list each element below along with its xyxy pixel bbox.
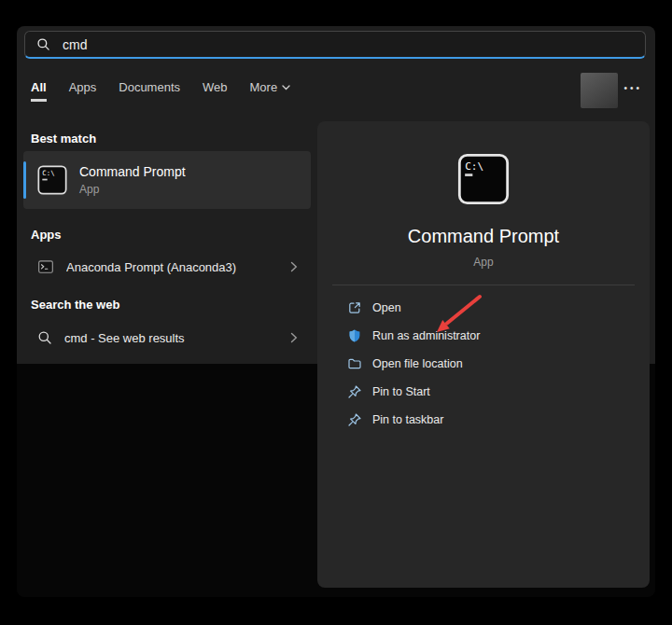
chevron-right-icon[interactable] (287, 330, 301, 345)
best-match-title: Command Prompt (79, 164, 186, 180)
pin-icon (347, 384, 362, 399)
selection-accent-bar (23, 161, 26, 199)
svg-text:C:\: C:\ (42, 169, 54, 177)
search-icon (36, 37, 50, 51)
preview-subtitle: App (317, 256, 650, 269)
svg-text:C:\: C:\ (465, 160, 483, 173)
action-pin-to-start[interactable]: Pin to Start (317, 378, 650, 406)
admin-shield-icon (347, 328, 362, 343)
action-label: Pin to Start (372, 385, 430, 398)
windows-search-screen: { "colors": { "accent": "#3f9be6", "pane… (0, 0, 672, 625)
command-prompt-icon: C:\ (457, 153, 510, 205)
search-flyout: All Apps Documents Web More ••• Best mat… (17, 26, 655, 597)
action-list: Open Run as administrator Open file (317, 294, 650, 434)
action-label: Open file location (372, 357, 463, 370)
search-filter-tabs: All Apps Documents Web More (31, 80, 290, 102)
chevron-down-icon (282, 85, 290, 90)
best-match-text: Command Prompt App (79, 164, 186, 196)
apps-heading: Apps (31, 228, 62, 242)
web-result-label: cmd - See web results (64, 331, 274, 345)
web-result[interactable]: cmd - See web results (23, 320, 311, 355)
best-match-heading: Best match (31, 132, 96, 146)
action-run-as-administrator[interactable]: Run as administrator (317, 322, 650, 350)
terminal-icon (37, 258, 54, 275)
tab-web[interactable]: Web (203, 80, 228, 102)
search-icon (37, 330, 52, 345)
divider (332, 285, 635, 285)
search-input[interactable] (61, 36, 634, 53)
pin-icon (347, 412, 362, 427)
best-match-result[interactable]: C:\ Command Prompt App (23, 151, 311, 209)
chevron-right-icon[interactable] (287, 259, 301, 274)
app-result-label: Anaconda Prompt (Anaconda3) (66, 260, 274, 274)
best-match-subtitle: App (79, 183, 186, 196)
search-box[interactable] (24, 31, 646, 59)
action-label: Pin to taskbar (372, 413, 443, 426)
preview-pane: C:\ Command Prompt App Open (317, 121, 650, 588)
action-label: Open (372, 301, 401, 314)
folder-icon (347, 356, 362, 371)
preview-title: Command Prompt (317, 226, 650, 247)
tab-documents[interactable]: Documents (119, 80, 180, 102)
tab-apps[interactable]: Apps (69, 80, 97, 102)
action-pin-to-taskbar[interactable]: Pin to taskbar (317, 406, 650, 434)
search-the-web-heading: Search the web (31, 298, 119, 312)
action-label: Run as administrator (372, 329, 480, 342)
gray-tile (581, 73, 618, 108)
tab-all[interactable]: All (31, 80, 47, 102)
more-options-icon[interactable]: ••• (623, 84, 642, 93)
action-open[interactable]: Open (317, 294, 650, 322)
tab-more[interactable]: More (250, 80, 291, 102)
app-result-anaconda[interactable]: Anaconda Prompt (Anaconda3) (23, 249, 311, 285)
action-open-file-location[interactable]: Open file location (317, 350, 650, 378)
command-prompt-icon: C:\ (37, 165, 67, 195)
open-icon (347, 300, 362, 315)
